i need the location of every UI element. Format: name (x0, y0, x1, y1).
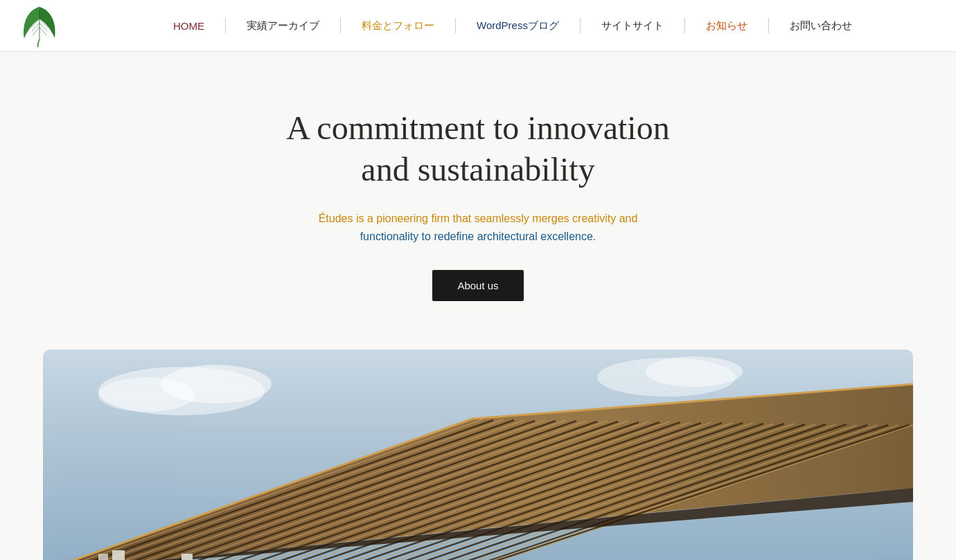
nav-divider-5 (684, 18, 685, 33)
svg-rect-61 (182, 554, 193, 560)
nav-link-site[interactable]: サイトサイト (582, 19, 683, 33)
svg-line-6 (39, 27, 46, 35)
hero-subtitle-part2: functionality to redefine architectural … (360, 231, 596, 242)
svg-line-3 (33, 27, 39, 35)
nav-link-oshirase[interactable]: お知らせ (687, 19, 767, 33)
nav-link-wordpress[interactable]: WordPressブログ (457, 19, 578, 33)
svg-rect-60 (112, 550, 125, 560)
hero-title: A commitment to innovation and sustainab… (242, 107, 714, 190)
nav-link-otoiawase[interactable]: お問い合わせ (770, 19, 871, 33)
hero-subtitle-part1: Études is a pioneering firm that seamles… (319, 213, 638, 224)
nav-link-ryokin[interactable]: 料金とフォロー (342, 19, 454, 33)
hero-section: A commitment to innovation and sustainab… (0, 52, 956, 350)
nav-link-jisseki[interactable]: 実績アーカイブ (227, 19, 339, 33)
nav-item-site[interactable]: サイトサイト (582, 19, 683, 33)
svg-point-12 (646, 356, 743, 387)
nav-divider-3 (455, 18, 456, 33)
nav-divider-1 (225, 18, 226, 33)
nav-divider-2 (340, 18, 341, 33)
nav-item-otoiawase[interactable]: お問い合わせ (770, 19, 871, 33)
hero-subtitle: Études is a pioneering firm that seamles… (298, 210, 658, 245)
about-us-button[interactable]: About us (432, 270, 523, 301)
building-image (43, 350, 913, 560)
nav-divider-4 (580, 18, 581, 33)
nav-link-home[interactable]: HOME (154, 20, 224, 32)
nav-item-jisseki[interactable]: 実績アーカイブ (227, 19, 339, 33)
svg-point-10 (98, 377, 195, 412)
svg-rect-62 (98, 554, 108, 560)
nav-item-ryokin[interactable]: 料金とフォロー (342, 19, 454, 33)
main-nav: HOME 実績アーカイブ 料金とフォロー WordPressブログ サイトサイト… (90, 18, 935, 33)
nav-item-home[interactable]: HOME (154, 20, 224, 32)
nav-item-wordpress[interactable]: WordPressブログ (457, 19, 578, 33)
nav-divider-6 (768, 18, 769, 33)
nav-item-oshirase[interactable]: お知らせ (687, 19, 767, 33)
logo-area[interactable] (21, 3, 90, 48)
building-image-section (0, 350, 956, 560)
building-illustration (43, 350, 913, 560)
site-header: HOME 実績アーカイブ 料金とフォロー WordPressブログ サイトサイト… (0, 0, 956, 52)
leaf-logo-icon (21, 3, 59, 48)
